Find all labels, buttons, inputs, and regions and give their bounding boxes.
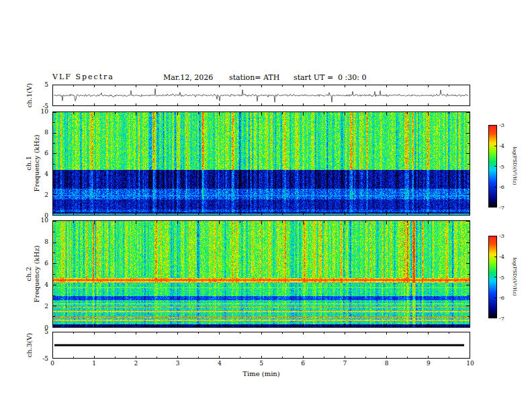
- y-tick-label: 8: [44, 238, 48, 245]
- ch2-frequency-axis-label-line1: ch.2: [25, 245, 33, 302]
- station-label: station= ATH: [229, 73, 279, 82]
- x-tick-label: 4: [218, 360, 222, 367]
- ch1-spectrogram-canvas: [52, 111, 470, 216]
- y-tick-label: 4: [44, 281, 48, 288]
- ch1-colorbar: [488, 125, 497, 208]
- x-tick-label: 1: [92, 360, 96, 367]
- x-tick-label: 3: [176, 360, 180, 367]
- ch2-colorbar: [488, 236, 497, 318]
- ch1-waveform-ytick-labels: 5-5: [36, 85, 50, 106]
- x-tick-label: 2: [134, 360, 138, 367]
- y-tick-label: 4: [44, 171, 48, 177]
- colorbar-tick-label: -7: [499, 205, 504, 211]
- y-tick-label: -5: [42, 355, 48, 362]
- time-axis-label: Time (min): [52, 370, 470, 377]
- y-tick-label: 5: [44, 328, 48, 335]
- time-axis-tick-labels: 012345678910: [52, 360, 470, 368]
- figure-title: VLF Spectra: [52, 73, 114, 81]
- ch1-frequency-axis-label-line1: ch.1: [25, 134, 33, 191]
- colorbar-tick-label: -4: [499, 142, 504, 148]
- colorbar-tick-label: -4: [499, 253, 504, 259]
- ch3-waveform-canvas: [52, 332, 470, 359]
- y-tick-label: 2: [44, 303, 48, 310]
- colorbar-tick-label: -5: [499, 274, 504, 280]
- ch1-voltage-axis-label: ch.1(V): [26, 83, 34, 108]
- y-tick-label: 5: [44, 81, 48, 88]
- colorbar-tick-label: -6: [499, 184, 504, 190]
- colorbar-tick-label: -5: [499, 163, 504, 169]
- ch1-colorbar-label: log(PSD)(V²/Hz): [512, 147, 517, 185]
- y-tick-label: 10: [41, 217, 48, 224]
- x-tick-label: 9: [427, 360, 431, 367]
- colorbar-tick-label: -7: [499, 316, 504, 322]
- ch2-colorbar-label: log(PSD)(V²/Hz): [512, 258, 517, 296]
- ch3-voltage-axis-label: ch.3(V): [26, 333, 34, 358]
- x-tick-label: 10: [466, 360, 474, 367]
- x-tick-label: 7: [343, 360, 347, 367]
- ch1-spectrogram-ytick-labels: 0246810: [36, 111, 50, 216]
- vlf-spectra-figure: VLF Spectra Mar.12, 2026 station= ATH st…: [0, 0, 532, 411]
- ch2-spectrogram-ytick-labels: 0246810: [36, 220, 50, 328]
- colorbar-tick-label: -6: [499, 295, 504, 301]
- start-ut-label: start UT = 0 :30: 0: [294, 73, 367, 82]
- y-tick-label: 8: [44, 129, 48, 136]
- x-tick-label: 6: [301, 360, 305, 367]
- x-tick-label: 0: [50, 360, 54, 367]
- y-tick-label: 10: [41, 108, 48, 115]
- ch1-waveform-canvas: [52, 85, 470, 106]
- y-tick-label: 6: [44, 260, 48, 267]
- colorbar-tick-label: -3: [499, 122, 504, 128]
- x-tick-label: 8: [385, 360, 389, 367]
- ch2-spectrogram-canvas: [52, 220, 470, 328]
- colorbar-tick-label: -3: [499, 233, 504, 239]
- ch3-waveform-ytick-labels: 5-5: [36, 332, 50, 359]
- y-tick-label: 2: [44, 191, 48, 198]
- figure-date: Mar.12, 2026: [163, 73, 213, 82]
- y-tick-label: 6: [44, 150, 48, 156]
- x-tick-label: 5: [259, 360, 263, 367]
